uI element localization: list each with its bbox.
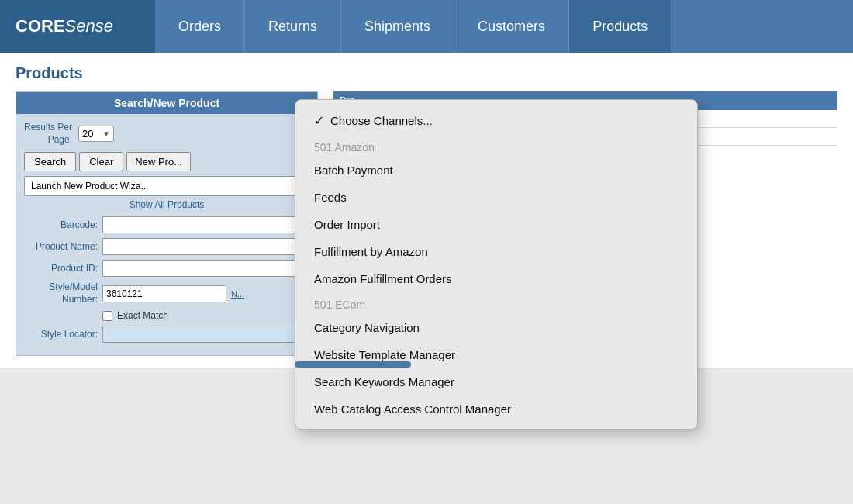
barcode-input[interactable] bbox=[102, 216, 309, 233]
left-column: Search/New Product Results PerPage: 20 5… bbox=[16, 91, 326, 356]
nav-label-products: Products bbox=[592, 19, 648, 35]
search-panel: Search/New Product Results PerPage: 20 5… bbox=[16, 91, 318, 356]
dropdown-item-choose-channels[interactable]: ✓ Choose Channels... bbox=[295, 106, 697, 135]
product-id-label: Product ID: bbox=[24, 263, 98, 274]
dropdown-item-feeds[interactable]: Feeds bbox=[295, 184, 697, 211]
nav-label-customers: Customers bbox=[478, 19, 545, 35]
clear-button[interactable]: Clear bbox=[79, 152, 123, 171]
dropdown-item-order-import[interactable]: Order Import bbox=[295, 211, 697, 238]
dropdown-item-batch-payment[interactable]: Batch Payment bbox=[295, 157, 697, 184]
search-panel-body: Results PerPage: 20 50 100 ▼ Search bbox=[16, 114, 317, 355]
results-per-page-row: Results PerPage: 20 50 100 ▼ bbox=[24, 122, 309, 146]
dropdown-item-label: Web Catalog Access Control Manager bbox=[314, 402, 511, 416]
style-locator-input[interactable] bbox=[102, 326, 309, 343]
search-button[interactable]: Search bbox=[24, 152, 76, 171]
bottom-scroll-indicator bbox=[295, 361, 411, 368]
section-header-label: 501 Amazon bbox=[314, 141, 375, 154]
page-content: Products Search/New Product Results PerP… bbox=[0, 53, 853, 368]
barcode-label: Barcode: bbox=[24, 219, 98, 230]
top-nav: CORESense Orders Returns Shipments Custo… bbox=[0, 0, 853, 53]
dropdown-item-search-keywords-manager[interactable]: Search Keywords Manager bbox=[295, 368, 697, 395]
chevron-down-icon: ▼ bbox=[102, 129, 110, 138]
section-header-label: 501 ECom bbox=[314, 299, 365, 311]
dropdown-item-label: Website Template Manager bbox=[314, 348, 455, 361]
dropdown-item-label: Feeds bbox=[314, 191, 347, 204]
dropdown-item-label: Category Navigation bbox=[314, 321, 420, 334]
new-product-button[interactable]: New Pro... bbox=[126, 152, 191, 171]
nav-label-shipments: Shipments bbox=[364, 19, 430, 35]
product-id-row: Product ID: bbox=[24, 260, 309, 277]
page-title: Products bbox=[16, 64, 837, 82]
style-model-row: Style/ModelNumber: N... bbox=[24, 281, 309, 306]
style-model-link[interactable]: N... bbox=[231, 289, 244, 299]
dropdown-item-label: Choose Channels... bbox=[330, 114, 433, 127]
style-locator-label: Style Locator: bbox=[24, 329, 98, 340]
exact-match-row: Exact Match bbox=[102, 310, 309, 321]
dropdown-item-label: Batch Payment bbox=[314, 164, 393, 177]
nav-item-shipments[interactable]: Shipments bbox=[341, 0, 454, 53]
results-per-page-select-wrap[interactable]: 20 50 100 ▼ bbox=[78, 126, 114, 142]
dropdown-item-label: Fulfillment by Amazon bbox=[314, 245, 428, 258]
checkmark-icon: ✓ bbox=[314, 113, 324, 128]
brand-core: CORE bbox=[16, 16, 65, 36]
nav-label-returns: Returns bbox=[268, 19, 317, 35]
nav-item-orders[interactable]: Orders bbox=[155, 0, 245, 53]
dropdown-item-label: Search Keywords Manager bbox=[314, 375, 454, 388]
barcode-row: Barcode: bbox=[24, 216, 309, 233]
show-all-products-link[interactable]: Show All Products bbox=[24, 199, 309, 210]
dropdown-section-header-ecom: 501 ECom bbox=[295, 292, 697, 314]
brand-logo[interactable]: CORESense bbox=[0, 0, 155, 53]
exact-match-label: Exact Match bbox=[117, 310, 168, 321]
style-model-input[interactable] bbox=[102, 285, 226, 302]
dropdown-item-fulfillment-amazon[interactable]: Fulfillment by Amazon bbox=[295, 238, 697, 265]
dropdown-section-header-amazon: 501 Amazon bbox=[295, 135, 697, 157]
brand-sense: Sense bbox=[65, 16, 113, 36]
style-model-label: Style/ModelNumber: bbox=[24, 281, 98, 306]
product-name-label: Product Name: bbox=[24, 241, 98, 252]
search-panel-header: Search/New Product bbox=[16, 92, 317, 114]
nav-item-products[interactable]: Products bbox=[569, 0, 672, 53]
dropdown-item-web-catalog-access-control[interactable]: Web Catalog Access Control Manager bbox=[295, 395, 697, 423]
nav-item-returns[interactable]: Returns bbox=[245, 0, 341, 53]
dropdown-item-label: Order Import bbox=[314, 218, 380, 231]
dropdown-overlay: ✓ Choose Channels... 501 Amazon Batch Pa… bbox=[295, 99, 698, 430]
exact-match-checkbox[interactable] bbox=[102, 311, 112, 321]
style-locator-row: Style Locator: bbox=[24, 326, 309, 343]
product-name-row: Product Name: bbox=[24, 238, 309, 255]
dropdown-item-amazon-fulfillment-orders[interactable]: Amazon Fulfillment Orders bbox=[295, 265, 697, 292]
dropdown-item-label: Amazon Fulfillment Orders bbox=[314, 272, 452, 285]
nav-item-customers[interactable]: Customers bbox=[454, 0, 569, 53]
dropdown-item-category-navigation[interactable]: Category Navigation bbox=[295, 314, 697, 341]
action-button-row: Search Clear New Pro... bbox=[24, 152, 309, 171]
wizard-button[interactable]: Launch New Product Wiza... bbox=[24, 176, 309, 196]
product-name-input[interactable] bbox=[102, 238, 309, 255]
nav-label-orders: Orders bbox=[178, 19, 221, 35]
product-id-input[interactable] bbox=[102, 260, 309, 277]
results-per-page-label: Results PerPage: bbox=[24, 122, 72, 146]
